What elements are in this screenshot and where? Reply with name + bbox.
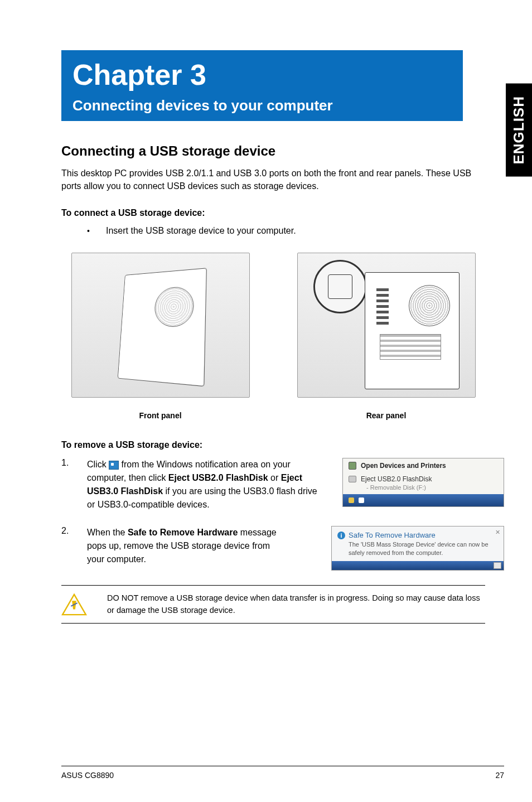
warning-text: DO NOT remove a USB storage device when … (107, 592, 485, 617)
devices-icon (349, 462, 356, 470)
front-panel-image (71, 253, 250, 398)
pc-front-illustration (117, 268, 206, 387)
remove-heading: To remove a USB storage device: (61, 440, 504, 450)
front-panel-box: Front panel (61, 253, 259, 420)
pc-rear-illustration (365, 272, 460, 389)
language-tab: ENGLISH (506, 84, 532, 177)
step-2-number: 2. (61, 526, 87, 536)
rear-panel-box: Rear panel (287, 253, 485, 420)
chapter-title: Chapter 3 (72, 58, 452, 91)
step1-bold1: Eject USB2.0 FlashDisk (168, 473, 268, 482)
toast-title: Safe To Remove Hardware (349, 531, 436, 539)
tray-popup: Open Devices and Printers Eject USB2.0 F… (342, 458, 504, 507)
rear-panel-caption: Rear panel (366, 411, 407, 420)
bullet-dot: • (87, 226, 106, 235)
info-icon: i (337, 532, 345, 539)
section-heading: Connecting a USB storage device (61, 143, 504, 159)
tray-eject-label: Eject USB2.0 FlashDisk (361, 475, 432, 483)
tray-eject-icon (109, 461, 119, 470)
footer-page-number: 27 (495, 771, 504, 780)
connect-heading: To connect a USB storage device: (61, 208, 504, 218)
section-intro: This desktop PC provides USB 2.0/1.1 and… (61, 167, 485, 192)
rear-panel-image (297, 253, 476, 398)
magnify-icon (313, 260, 367, 313)
drive-icon (349, 476, 356, 482)
connect-bullet: • Insert the USB storage device to your … (87, 226, 504, 236)
step1-or: or (270, 473, 281, 482)
tray-eject: Eject USB2.0 FlashDisk (343, 473, 504, 484)
chapter-subtitle: Connecting devices to your computer (72, 97, 452, 114)
step2-bold: Safe to Remove Hardware (128, 528, 238, 537)
step1-pre: Click (87, 460, 109, 469)
tray-open-devices: Open Devices and Printers (343, 458, 504, 473)
footer-model: ASUS CG8890 (61, 771, 114, 780)
tray-open-label: Open Devices and Printers (361, 462, 446, 470)
connect-bullet-text: Insert the USB storage device to your co… (106, 226, 296, 236)
taskbar-snippet (343, 494, 504, 506)
tray-drive-label: Removable Disk (F:) (370, 484, 426, 491)
warning-icon (61, 593, 87, 616)
toast-title-row: i Safe To Remove Hardware (337, 531, 498, 539)
step2-pre: When the (87, 528, 128, 537)
toast-body: The 'USB Mass Storage Device' device can… (337, 540, 498, 557)
step-1-row: 1. Click from the Windows notification a… (61, 458, 504, 511)
front-panel-caption: Front panel (139, 411, 181, 420)
page-footer: ASUS CG8890 27 (61, 766, 504, 780)
warning-box: DO NOT remove a USB storage device when … (61, 585, 485, 624)
step-2-row: 2. When the Safe to Remove Hardware mess… (61, 526, 504, 571)
tray-drive: - Removable Disk (F:) (343, 484, 504, 494)
step-1-number: 1. (61, 458, 87, 468)
step-2-body: When the Safe to Remove Hardware message… (87, 526, 288, 566)
step-1-body: Click from the Windows notification area… (87, 458, 327, 511)
toast-popup: ✕ i Safe To Remove Hardware The 'USB Mas… (331, 526, 504, 571)
toast-close-icon: ✕ (495, 529, 500, 536)
toast-taskbar (332, 561, 504, 570)
chapter-banner: Chapter 3 Connecting devices to your com… (61, 50, 463, 121)
panels-row: Front panel Rear panel (61, 253, 485, 420)
